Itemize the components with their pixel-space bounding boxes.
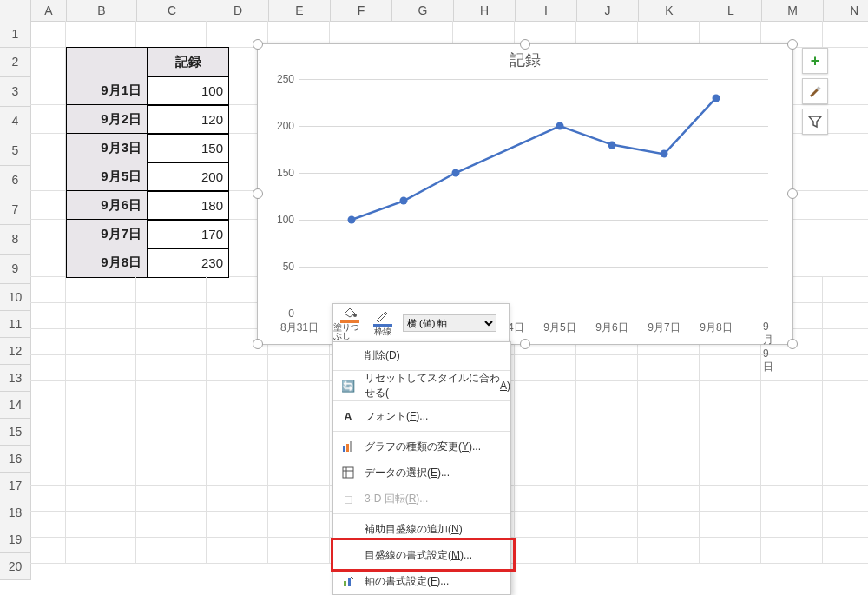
cell[interactable]: [823, 407, 868, 433]
col-header[interactable]: K: [639, 0, 700, 22]
cell[interactable]: [207, 537, 268, 564]
cell[interactable]: [761, 433, 823, 459]
row-header[interactable]: 11: [0, 311, 31, 338]
selection-handle[interactable]: [787, 39, 798, 50]
cell[interactable]: [515, 537, 576, 564]
cell[interactable]: [761, 485, 823, 512]
row-header[interactable]: 2: [0, 48, 31, 77]
cell[interactable]: [761, 511, 823, 538]
col-header[interactable]: E: [269, 0, 331, 22]
cell[interactable]: [207, 459, 268, 486]
cell[interactable]: [638, 407, 700, 433]
cell[interactable]: [207, 354, 268, 381]
menu-change-chart-type[interactable]: グラフの種類の変更(Y)...: [333, 433, 510, 459]
cell[interactable]: 9月1日: [66, 76, 148, 106]
cell[interactable]: [30, 485, 66, 512]
cell[interactable]: [136, 433, 207, 459]
data-point[interactable]: [608, 141, 616, 149]
cell[interactable]: [268, 354, 330, 381]
cell[interactable]: [268, 433, 330, 459]
cell[interactable]: [30, 302, 66, 329]
cell[interactable]: [823, 537, 868, 564]
cell[interactable]: [823, 459, 868, 486]
data-point[interactable]: [348, 216, 356, 224]
row-header[interactable]: 6: [0, 166, 31, 195]
cell[interactable]: 170: [148, 219, 229, 249]
cell[interactable]: [136, 407, 207, 433]
row-header[interactable]: 13: [0, 365, 31, 392]
cell[interactable]: [823, 276, 868, 303]
cell[interactable]: [638, 459, 700, 486]
outline-color-button[interactable]: 枠線: [366, 304, 399, 342]
cell[interactable]: 9月8日: [66, 248, 148, 278]
cell[interactable]: [30, 47, 66, 76]
cell[interactable]: 9月3日: [66, 133, 148, 163]
cell[interactable]: [576, 433, 638, 459]
cell[interactable]: [845, 162, 868, 191]
cell[interactable]: 120: [148, 104, 229, 135]
cell[interactable]: [207, 433, 268, 459]
row-header[interactable]: 5: [0, 136, 31, 166]
cell[interactable]: [136, 354, 207, 381]
cell[interactable]: [638, 485, 700, 512]
cell[interactable]: [700, 433, 761, 459]
cell[interactable]: [30, 380, 66, 407]
cell[interactable]: [700, 380, 761, 407]
cell[interactable]: [700, 354, 761, 381]
chart-element-add-button[interactable]: +: [802, 48, 828, 74]
cell[interactable]: [136, 328, 207, 355]
cell[interactable]: [845, 190, 868, 220]
cell[interactable]: [66, 459, 136, 486]
cell[interactable]: [268, 511, 330, 538]
menu-reset-style[interactable]: 🔄リセットしてスタイルに合わせる(A): [333, 373, 510, 399]
cell[interactable]: [136, 537, 207, 564]
row-header[interactable]: 14: [0, 392, 31, 419]
cell[interactable]: [845, 248, 868, 277]
cell[interactable]: [66, 47, 148, 77]
row-header[interactable]: 3: [0, 77, 31, 107]
cell[interactable]: [576, 459, 638, 486]
cell[interactable]: 9月6日: [66, 190, 148, 221]
cell[interactable]: [207, 407, 268, 433]
cell[interactable]: [845, 76, 868, 105]
row-header[interactable]: 20: [0, 553, 31, 580]
cell[interactable]: [823, 328, 868, 355]
chart-filter-button[interactable]: [802, 109, 828, 135]
cell[interactable]: [823, 302, 868, 329]
cell[interactable]: [136, 276, 207, 303]
menu-format-gridlines[interactable]: 目盛線の書式設定(M)...: [333, 542, 510, 568]
fill-color-button[interactable]: 塗りつぶし: [333, 304, 366, 342]
row-header[interactable]: 16: [0, 446, 31, 473]
cell[interactable]: [823, 354, 868, 381]
cell[interactable]: [845, 133, 868, 162]
cell[interactable]: [700, 485, 761, 512]
cell[interactable]: [30, 21, 66, 48]
cell[interactable]: [268, 407, 330, 433]
cell[interactable]: [823, 433, 868, 459]
cell[interactable]: [576, 354, 638, 381]
row-header[interactable]: 12: [0, 338, 31, 365]
col-header[interactable]: M: [762, 0, 824, 22]
cell[interactable]: [66, 407, 136, 433]
row-header[interactable]: 15: [0, 419, 31, 446]
row-header[interactable]: 10: [0, 284, 31, 311]
col-header[interactable]: L: [700, 0, 762, 22]
cell[interactable]: [66, 276, 136, 303]
cell[interactable]: [30, 104, 66, 134]
cell[interactable]: [761, 407, 823, 433]
cell[interactable]: [515, 354, 576, 381]
menu-select-data[interactable]: データの選択(E)...: [333, 459, 510, 486]
data-point[interactable]: [556, 122, 564, 130]
cell[interactable]: [30, 354, 66, 381]
cell[interactable]: 230: [148, 248, 229, 278]
row-header[interactable]: 7: [0, 195, 31, 225]
cell[interactable]: 記録: [148, 47, 229, 77]
cell[interactable]: [66, 380, 136, 407]
col-header[interactable]: I: [516, 0, 577, 22]
cell[interactable]: [136, 302, 207, 329]
cell[interactable]: [30, 407, 66, 433]
data-point[interactable]: [661, 150, 668, 158]
cell[interactable]: 9月5日: [66, 162, 148, 192]
menu-format-axis[interactable]: 軸の書式設定(F)...: [333, 568, 510, 594]
cell[interactable]: [823, 21, 868, 48]
